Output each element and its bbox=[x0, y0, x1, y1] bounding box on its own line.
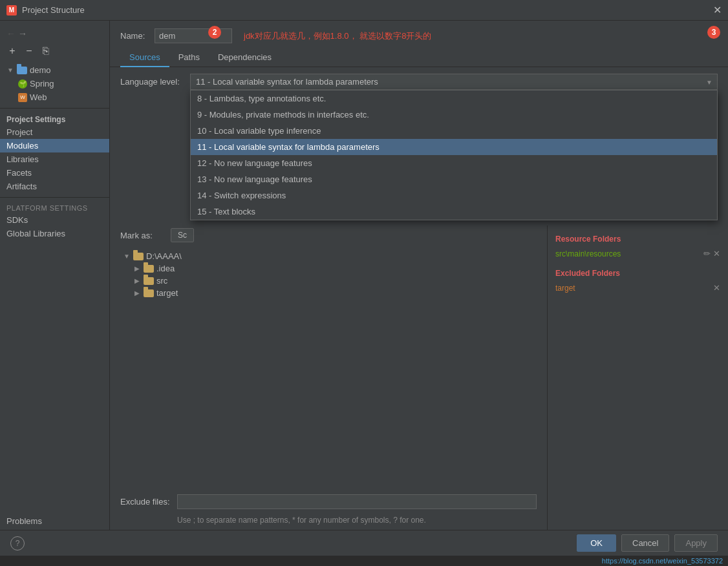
remove-excluded-button[interactable]: ✕ bbox=[713, 283, 720, 293]
nav-back-button[interactable]: ← bbox=[6, 28, 16, 39]
ok-button[interactable]: OK bbox=[577, 534, 616, 552]
sidebar-item-global-libraries[interactable]: Global Libraries bbox=[0, 227, 109, 240]
sidebar-item-modules[interactable]: Modules bbox=[0, 139, 109, 152]
option-12[interactable]: 12 - No new language features bbox=[191, 155, 717, 171]
language-level-label: Language level: bbox=[120, 77, 185, 87]
sidebar-divider-1 bbox=[0, 108, 109, 109]
remove-resource-button[interactable]: ✕ bbox=[713, 249, 720, 258]
tree-item-spring[interactable]: 🌱 Spring bbox=[0, 77, 109, 90]
tab-paths[interactable]: Paths bbox=[169, 48, 209, 67]
option-14[interactable]: 14 - Switch expressions bbox=[191, 187, 717, 204]
main-panel: Name: jdk对应几就选几，例如1.8.0， 就选以数字8开头的 2 3 1 bbox=[110, 21, 728, 530]
resource-item-main: src\main\resources ✏ ✕ bbox=[555, 247, 720, 260]
file-tree: ▼ D:\AAAA\ ▶ .idea ▶ src bbox=[110, 245, 547, 489]
tab-dependencies[interactable]: Dependencies bbox=[209, 48, 281, 67]
sidebar-item-problems[interactable]: Problems bbox=[0, 512, 109, 530]
annotation-text: jdk对应几就选几，例如1.8.0， 就选以数字8开头的 bbox=[244, 30, 431, 42]
sidebar-item-libraries[interactable]: Libraries bbox=[0, 152, 109, 166]
option-9[interactable]: 9 - Modules, private methods in interfac… bbox=[191, 107, 717, 123]
language-level-menu: 8 - Lambdas, type annotations etc. 9 - M… bbox=[190, 90, 718, 220]
option-10[interactable]: 10 - Local variable type inference bbox=[191, 123, 717, 139]
mark-as-label: Mark as: bbox=[120, 231, 166, 240]
option-13[interactable]: 13 - No new language features bbox=[191, 171, 717, 187]
tab-sources-label: Sources bbox=[129, 52, 160, 62]
sidebar-toolbar: + − ⎘ bbox=[0, 41, 109, 61]
platform-settings-label: Platform Settings bbox=[0, 202, 109, 213]
root-folder-icon bbox=[133, 253, 144, 260]
excluded-path: target bbox=[555, 284, 575, 293]
exclude-files-input[interactable] bbox=[177, 494, 537, 509]
sidebar-divider-2 bbox=[0, 197, 109, 198]
badge-3: 3 bbox=[707, 26, 720, 39]
excluded-item-target: target ✕ bbox=[555, 282, 720, 294]
language-level-selected[interactable]: 11 - Local variable syntax for lambda pa… bbox=[190, 74, 718, 90]
file-tree-idea[interactable]: ▶ .idea bbox=[120, 262, 537, 275]
problems-label: Problems bbox=[6, 516, 42, 526]
center-panel: Mark as: Sc ▼ D:\AAAA\ ▶ bbox=[110, 225, 547, 530]
idea-chevron-icon: ▶ bbox=[133, 265, 141, 273]
target-chevron-icon: ▶ bbox=[133, 289, 141, 297]
chevron-down-icon: ▼ bbox=[6, 67, 14, 74]
help-button[interactable]: ? bbox=[10, 536, 25, 550]
exclude-hint-text: Use ; to separate name patterns, * for a… bbox=[110, 514, 547, 530]
web-icon: W bbox=[18, 93, 27, 102]
tab-sources[interactable]: Sources bbox=[120, 48, 169, 67]
tree-item-demo[interactable]: ▼ demo bbox=[0, 63, 109, 77]
spring-icon: 🌱 bbox=[18, 79, 27, 89]
tabs: 1 Sources Paths Dependencies bbox=[110, 48, 728, 67]
src-folder-icon bbox=[144, 277, 154, 285]
nav-arrows: ← → bbox=[0, 26, 109, 41]
remove-module-button[interactable]: − bbox=[22, 44, 36, 58]
resource-path: src\main\resources bbox=[555, 249, 703, 258]
file-tree-target-label: target bbox=[156, 288, 178, 298]
resource-actions: ✏ ✕ bbox=[703, 249, 720, 258]
url-bar: https://blog.csdn.net/weixin_53573372 bbox=[0, 556, 728, 566]
file-tree-root[interactable]: ▼ D:\AAAA\ bbox=[120, 250, 537, 262]
file-tree-src-label: src bbox=[156, 276, 167, 286]
badge-2: 2 bbox=[208, 26, 221, 39]
nav-forward-button[interactable]: → bbox=[18, 28, 27, 39]
sidebar-item-facets-label: Facets bbox=[6, 168, 32, 178]
main-content-area: Mark as: Sc ▼ D:\AAAA\ ▶ bbox=[110, 225, 728, 530]
resource-folders-title: Resource Folders bbox=[555, 235, 720, 244]
dropdown-arrow-icon: ▼ bbox=[706, 78, 712, 85]
resource-panel: Resource Folders src\main\resources ✏ ✕ … bbox=[547, 225, 728, 530]
project-structure-dialog: M Project Structure ✕ ← → + − ⎘ ▼ d bbox=[0, 0, 728, 566]
apply-button[interactable]: Apply bbox=[674, 534, 718, 552]
content-area: ← → + − ⎘ ▼ demo 🌱 Spring W Web bbox=[0, 21, 728, 530]
sidebar-item-artifacts[interactable]: Artifacts bbox=[0, 180, 109, 193]
sidebar-item-libraries-label: Libraries bbox=[6, 154, 39, 164]
edit-resource-button[interactable]: ✏ bbox=[703, 249, 711, 258]
sidebar-item-sdks[interactable]: SDKs bbox=[0, 213, 109, 227]
language-level-dropdown[interactable]: 11 - Local variable syntax for lambda pa… bbox=[190, 74, 718, 90]
name-row: Name: jdk对应几就选几，例如1.8.0， 就选以数字8开头的 2 3 bbox=[110, 21, 728, 48]
excluded-folders-title: Excluded Folders bbox=[555, 269, 720, 278]
tree-item-spring-label: Spring bbox=[30, 79, 54, 89]
tab-dependencies-label: Dependencies bbox=[218, 52, 272, 62]
app-icon: M bbox=[6, 5, 17, 16]
option-11[interactable]: 11 - Local variable syntax for lambda pa… bbox=[191, 139, 717, 155]
tree-item-web-label: Web bbox=[30, 92, 47, 102]
sidebar-item-facets[interactable]: Facets bbox=[0, 166, 109, 180]
option-8[interactable]: 8 - Lambdas, type annotations etc. bbox=[191, 90, 717, 107]
mark-as-row: Mark as: Sc bbox=[110, 225, 547, 245]
option-15[interactable]: 15 - Text blocks bbox=[191, 204, 717, 220]
project-settings-label: Project Settings bbox=[0, 112, 109, 125]
close-button[interactable]: ✕ bbox=[713, 5, 722, 16]
file-tree-root-label: D:\AAAA\ bbox=[146, 251, 182, 261]
copy-module-button[interactable]: ⎘ bbox=[39, 44, 53, 58]
sidebar-item-project-label: Project bbox=[6, 127, 32, 137]
target-folder-icon bbox=[144, 289, 154, 297]
add-module-button[interactable]: + bbox=[5, 44, 19, 58]
mark-as-sc-button[interactable]: Sc bbox=[171, 228, 194, 242]
root-chevron-icon: ▼ bbox=[123, 253, 131, 260]
sidebar-item-project[interactable]: Project bbox=[0, 125, 109, 139]
sidebar-item-global-libraries-label: Global Libraries bbox=[6, 229, 65, 238]
titlebar-left: M Project Structure bbox=[6, 5, 85, 16]
tree-item-web[interactable]: W Web bbox=[0, 90, 109, 104]
file-tree-src[interactable]: ▶ src bbox=[120, 275, 537, 287]
file-tree-target[interactable]: ▶ target bbox=[120, 287, 537, 299]
sidebar-item-artifacts-label: Artifacts bbox=[6, 182, 37, 191]
tab-paths-label: Paths bbox=[178, 52, 200, 62]
cancel-button[interactable]: Cancel bbox=[621, 534, 669, 552]
